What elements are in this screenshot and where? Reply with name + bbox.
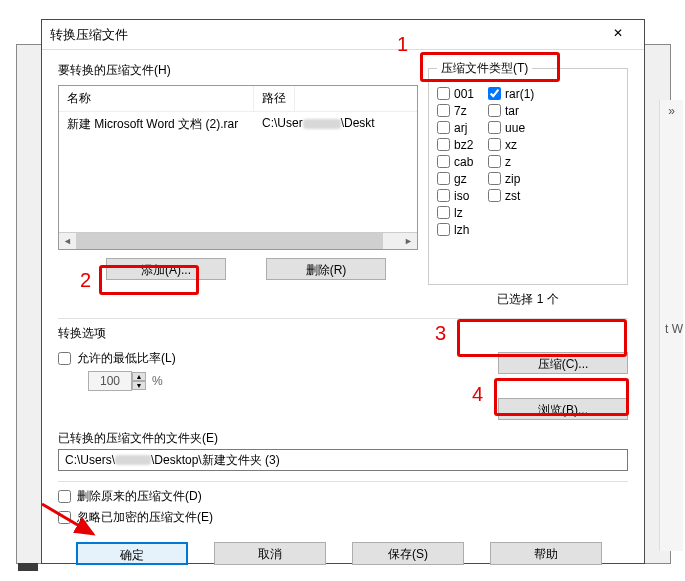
archive-type-checkbox[interactable] [437, 172, 450, 185]
min-ratio-checkbox[interactable] [58, 352, 71, 365]
chevron-up-icon[interactable]: ▲ [132, 372, 146, 381]
col-path[interactable]: 路径 [254, 86, 295, 111]
ignore-encrypted-label: 忽略已加密的压缩文件(E) [77, 509, 213, 526]
archive-type-label: rar(1) [505, 87, 534, 101]
separator [58, 318, 628, 319]
output-folder-label: 已转换的压缩文件的文件夹(E) [58, 430, 628, 447]
file-list-body[interactable]: 新建 Microsoft Word 文档 (2).rar C:\User\Des… [59, 112, 417, 232]
archive-type-checkbox[interactable] [488, 104, 501, 117]
archive-type-checkbox[interactable] [437, 104, 450, 117]
archive-type-label: lzh [454, 223, 469, 237]
path-suffix: \Deskt [341, 116, 375, 130]
horizontal-scrollbar[interactable]: ◄ ► [59, 232, 417, 249]
chevron-down-icon[interactable]: ▼ [132, 381, 146, 390]
scroll-left-icon[interactable]: ◄ [59, 233, 76, 249]
percent-label: % [152, 374, 163, 388]
archive-type-label: lz [454, 206, 463, 220]
archive-type-xz[interactable]: xz [488, 136, 534, 153]
archive-type-zst[interactable]: zst [488, 187, 534, 204]
remove-button[interactable]: 删除(R) [266, 258, 386, 280]
delete-original-checkbox[interactable] [58, 490, 71, 503]
file-list-header: 名称 路径 [59, 86, 417, 112]
scroll-thumb[interactable] [59, 233, 383, 249]
ok-button[interactable]: 确定 [76, 542, 188, 565]
archive-type-label: bz2 [454, 138, 473, 152]
archive-type-label: iso [454, 189, 469, 203]
redacted-icon [303, 119, 341, 129]
archive-type-label: 7z [454, 104, 467, 118]
files-section-label: 要转换的压缩文件(H) [58, 62, 171, 79]
archive-type-checkbox[interactable] [437, 189, 450, 202]
archive-type-lzh[interactable]: lzh [437, 221, 474, 238]
col-name[interactable]: 名称 [59, 86, 254, 111]
window-title: 转换压缩文件 [50, 26, 600, 44]
help-button[interactable]: 帮助 [490, 542, 602, 565]
min-ratio-label: 允许的最低比率(L) [77, 350, 176, 367]
chevron-right-icon: » [660, 100, 683, 122]
ignore-encrypted-checkbox[interactable] [58, 511, 71, 524]
close-icon: ✕ [613, 26, 623, 40]
archive-type-7z[interactable]: 7z [437, 102, 474, 119]
redacted-icon [115, 455, 151, 465]
folder-suffix: \Desktop\新建文件夹 (3) [151, 452, 280, 469]
min-ratio-input[interactable] [88, 371, 132, 391]
archive-type-checkbox[interactable] [488, 172, 501, 185]
bg-text-fragment: t W [660, 122, 683, 336]
table-row[interactable]: 新建 Microsoft Word 文档 (2).rar C:\User\Des… [59, 114, 417, 135]
options-section-label: 转换选项 [58, 325, 628, 342]
archive-type-label: cab [454, 155, 473, 169]
archive-type-zip[interactable]: zip [488, 170, 534, 187]
archive-type-label: arj [454, 121, 467, 135]
archive-type-iso[interactable]: iso [437, 187, 474, 204]
file-path-cell: C:\User\Deskt [254, 114, 417, 135]
archive-type-checkbox[interactable] [488, 155, 501, 168]
archive-type-checkbox[interactable] [437, 121, 450, 134]
archive-types-legend: 压缩文件类型(T) [437, 60, 532, 77]
browse-button[interactable]: 浏览(B)... [498, 398, 628, 420]
archive-type-label: gz [454, 172, 467, 186]
cancel-button[interactable]: 取消 [214, 542, 326, 565]
archive-type-label: tar [505, 104, 519, 118]
spinner-buttons[interactable]: ▲▼ [132, 372, 146, 390]
close-button[interactable]: ✕ [600, 24, 636, 46]
save-button[interactable]: 保存(S) [352, 542, 464, 565]
archive-type-uue[interactable]: uue [488, 119, 534, 136]
scroll-right-icon[interactable]: ► [400, 233, 417, 249]
archive-type-rar(1)[interactable]: rar(1) [488, 85, 534, 102]
archive-type-checkbox[interactable] [437, 223, 450, 236]
archive-type-label: uue [505, 121, 525, 135]
archive-type-lz[interactable]: lz [437, 204, 474, 221]
archive-type-label: zst [505, 189, 520, 203]
compress-button[interactable]: 压缩(C)... [498, 352, 628, 374]
archive-type-checkbox[interactable] [488, 87, 501, 100]
archive-type-checkbox[interactable] [488, 138, 501, 151]
add-button[interactable]: 添加(A)... [106, 258, 226, 280]
path-prefix: C:\User [262, 116, 303, 130]
selected-count: 已选择 1 个 [428, 291, 628, 308]
delete-original-label: 删除原来的压缩文件(D) [77, 488, 202, 505]
archive-type-label: z [505, 155, 511, 169]
archive-type-checkbox[interactable] [437, 155, 450, 168]
archive-type-checkbox[interactable] [488, 121, 501, 134]
archive-type-bz2[interactable]: bz2 [437, 136, 474, 153]
archive-type-checkbox[interactable] [437, 87, 450, 100]
archive-type-001[interactable]: 001 [437, 85, 474, 102]
archive-type-gz[interactable]: gz [437, 170, 474, 187]
archive-type-checkbox[interactable] [437, 206, 450, 219]
archive-type-cab[interactable]: cab [437, 153, 474, 170]
archive-type-checkbox[interactable] [437, 138, 450, 151]
file-list[interactable]: 名称 路径 新建 Microsoft Word 文档 (2).rar C:\Us… [58, 85, 418, 250]
background-taskbar-fragment [18, 563, 38, 571]
output-folder-input[interactable]: C:\Users\\Desktop\新建文件夹 (3) [58, 449, 628, 471]
background-right-strip: » t W [659, 100, 683, 551]
archive-type-tar[interactable]: tar [488, 102, 534, 119]
archive-type-label: zip [505, 172, 520, 186]
titlebar[interactable]: 转换压缩文件 ✕ [42, 20, 644, 50]
archive-type-checkbox[interactable] [488, 189, 501, 202]
archive-type-label: 001 [454, 87, 474, 101]
separator [58, 481, 628, 482]
archive-type-arj[interactable]: arj [437, 119, 474, 136]
folder-prefix: C:\Users\ [65, 453, 115, 467]
archive-type-z[interactable]: z [488, 153, 534, 170]
archive-type-label: xz [505, 138, 517, 152]
